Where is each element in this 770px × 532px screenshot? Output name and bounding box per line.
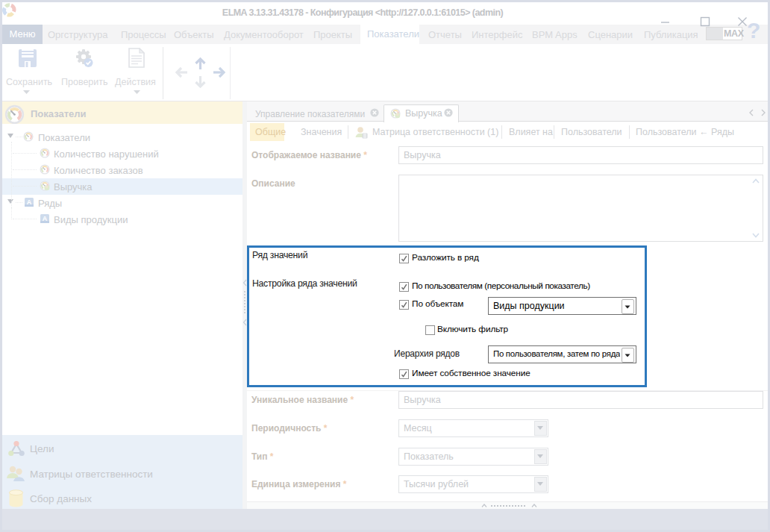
svg-text:A: A (43, 215, 48, 222)
svg-text:A: A (27, 198, 32, 206)
